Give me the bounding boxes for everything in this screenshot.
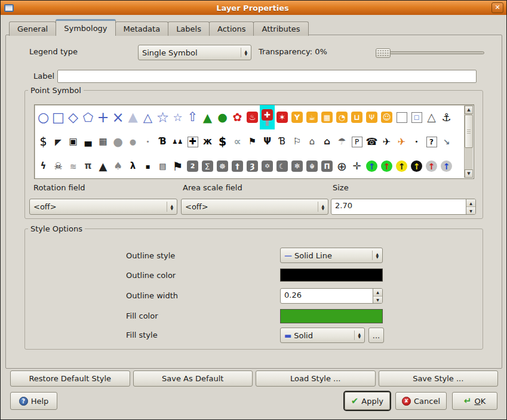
hiker-symbol[interactable]: λ (125, 154, 140, 178)
cctv-camera-symbol[interactable]: ◤ (51, 129, 66, 154)
square-symbol[interactable]: □ (51, 105, 66, 129)
triangle-plain-symbol[interactable]: △ (424, 105, 439, 129)
symbol-list[interactable]: ○□◇⬠+×▲△☆☆⇧▲●✿♨✚✶Y☕▦◔⊔Ψ☺ □△⚓ $◤▣▄▦●●•Ɓ♟♟… (34, 104, 474, 179)
titlebar[interactable]: Layer Properties ✕ (1, 1, 506, 15)
arrow-up-outline-symbol[interactable]: ⇧ (185, 105, 200, 129)
star-of-david-symbol[interactable]: ✡ (260, 154, 275, 178)
symbol-scrollbar[interactable]: ▲ ▼ (464, 106, 473, 178)
beer-symbol[interactable]: ⊔ (349, 105, 364, 129)
fish-symbol[interactable]: ∝ (230, 129, 245, 154)
picnic-table-symbol[interactable]: π (81, 154, 96, 178)
arrow-green-red-symbol[interactable]: ↑ (379, 154, 394, 178)
anchor-symbol[interactable]: ⚓ (439, 105, 454, 129)
flower-symbol[interactable]: ✿ (230, 105, 245, 129)
small-square-symbol[interactable]: ▪ (140, 154, 155, 178)
size-spinbox[interactable]: 2.70 ▲ ▼ (331, 199, 476, 215)
box-blue-square-symbol[interactable]: □ (409, 105, 424, 129)
north-arrow-symbol[interactable]: ✛ (349, 154, 364, 178)
leaf-tree-symbol[interactable]: ● (215, 105, 230, 129)
crescent-symbol[interactable]: ☾ (275, 154, 290, 178)
outline-width-spin-buttons[interactable]: ▲ ▼ (373, 289, 382, 303)
cinema-symbol[interactable]: ▦ (319, 105, 334, 129)
transparency-slider-handle[interactable] (376, 48, 391, 58)
pentagon-symbol[interactable]: ⬠ (81, 105, 96, 129)
apply-button[interactable]: ✔ Apply (345, 392, 390, 410)
house-symbol[interactable]: ⌂ (319, 129, 334, 154)
restaurant-symbol[interactable]: Ψ (364, 105, 379, 129)
circle-symbol[interactable]: ○ (36, 105, 51, 129)
help-button[interactable]: ? Help (10, 392, 57, 410)
christian-cross-symbol[interactable]: † (230, 154, 245, 178)
scrollbar-thumb[interactable] (465, 115, 473, 148)
rotation-field-combo[interactable]: <off> ▲▼ (29, 199, 177, 215)
size-spin-buttons[interactable]: ▲ ▼ (466, 199, 475, 214)
spin-up-icon[interactable]: ▲ (373, 289, 382, 297)
bar-symbol[interactable]: Y (290, 105, 305, 129)
save-as-default-button[interactable]: Save As Default (133, 370, 253, 387)
scroll-up-icon[interactable]: ▲ (465, 106, 473, 114)
car-symbol[interactable]: ▄ (81, 129, 96, 154)
arrow-gray-blue-symbol[interactable]: ↑ (439, 154, 454, 178)
balloon-symbol[interactable]: ☂ (334, 129, 349, 154)
diving-bird-symbol[interactable]: ↘ (439, 129, 454, 154)
fork-knife-symbol[interactable]: Ψ (260, 129, 275, 154)
building-symbol[interactable]: ▦ (96, 129, 110, 154)
tab-labels[interactable]: Labels (168, 21, 210, 36)
telephone-symbol[interactable]: ☎ (364, 129, 379, 154)
diamond-symbol[interactable]: ◇ (66, 105, 81, 129)
star-badge-symbol[interactable]: ✶ (275, 105, 290, 129)
community-symbol[interactable]: ✼ (290, 154, 305, 178)
legend-type-combo[interactable]: Single Symbol ▲▼ (138, 45, 251, 60)
fire-symbol[interactable]: ♨ (245, 105, 260, 129)
arrow-black-yellow-symbol[interactable]: ↑ (409, 154, 424, 178)
triangle-symbol[interactable]: △ (140, 105, 155, 129)
fuel-pump-symbol[interactable]: Ɓ (275, 129, 290, 154)
star-small-symbol[interactable]: ☆ (170, 105, 185, 129)
outline-color-swatch[interactable] (280, 268, 383, 282)
restore-default-style-button[interactable]: Restore Default Style (10, 370, 130, 387)
medical-cross-symbol[interactable]: ✚ (185, 129, 200, 154)
outline-style-combo[interactable]: — Solid Line ▲▼ (280, 248, 383, 263)
khanda-symbol[interactable]: ☬ (305, 154, 319, 178)
arrow-gray-red-symbol[interactable]: ↑ (424, 154, 439, 178)
tv-symbol[interactable]: ▤ (155, 154, 170, 178)
fill-style-combo[interactable]: ▬ Solid ▲▼ (280, 328, 365, 343)
transparency-slider[interactable] (376, 51, 484, 54)
arrow-green-blue-symbol[interactable]: ↑ (364, 154, 379, 178)
fill-style-more-button[interactable]: ... (368, 328, 384, 343)
triangle-filled-symbol[interactable]: ▲ (125, 105, 140, 129)
golf-symbol[interactable]: ⚐ (290, 129, 305, 154)
question-symbol[interactable]: ? (424, 129, 439, 154)
small-dot-symbol[interactable]: • (409, 129, 424, 154)
scroll-down-icon[interactable]: ▼ (465, 169, 473, 178)
teepee-symbol[interactable]: ▲ (96, 154, 110, 178)
praying-symbol[interactable]: 2 (185, 154, 200, 178)
dharma-wheel-symbol[interactable]: ☸ (215, 154, 230, 178)
dollar-symbol[interactable]: $ (36, 129, 51, 154)
cancel-button[interactable]: ✘ Cancel (395, 392, 447, 410)
swimmer-symbol[interactable]: ≋ (66, 154, 81, 178)
deer-symbol[interactable]: ж (200, 129, 215, 154)
spin-down-icon[interactable]: ▼ (373, 297, 382, 304)
flag-pin-symbol[interactable]: ⚑ (245, 129, 260, 154)
tab-attributes[interactable]: Attributes (253, 21, 308, 36)
save-style-button[interactable]: Save Style ... (379, 370, 499, 387)
skier-symbol[interactable]: ϟ (36, 154, 51, 178)
pine-tree-symbol[interactable]: ▲ (200, 105, 215, 129)
cross-plus-symbol[interactable]: + (96, 105, 110, 129)
flag-large-symbol[interactable]: ⚑ (170, 154, 185, 178)
compass-symbol[interactable]: ⊕ (334, 154, 349, 178)
om-symbol[interactable]: Ȝ (245, 154, 260, 178)
tab-metadata[interactable]: Metadata (115, 21, 169, 36)
circle-large-symbol[interactable]: ● (110, 129, 125, 154)
camera-symbol[interactable]: ▣ (66, 129, 81, 154)
empty-box-symbol[interactable] (394, 105, 409, 129)
tab-general[interactable]: General (9, 21, 56, 36)
arrow-yellow-black-symbol[interactable]: ↑ (394, 154, 409, 178)
parking-symbol[interactable]: P (349, 129, 364, 154)
fill-color-swatch[interactable] (280, 309, 383, 323)
tab-symbology[interactable]: Symbology (56, 19, 115, 36)
museum-symbol[interactable]: Π (319, 154, 334, 178)
ok-button[interactable]: ↵ OK (452, 392, 497, 410)
cafe-symbol[interactable]: ☕ (305, 105, 319, 129)
